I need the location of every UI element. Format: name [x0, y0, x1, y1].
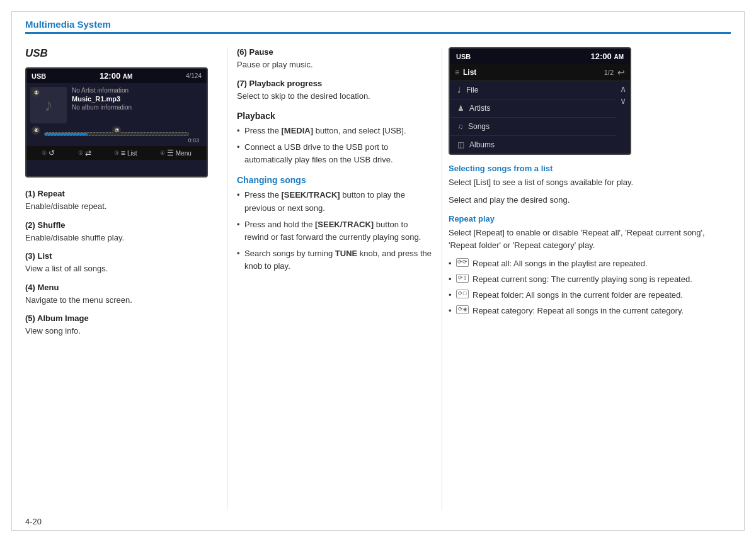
usb-screen-label: USB [32, 72, 46, 80]
ctrl-repeat[interactable]: ① ↺ [42, 149, 55, 157]
usb-controls: ① ↺ ② ⇄ ③ ≡ List ④ ☰ Menu [26, 146, 207, 160]
list-icon: ≡ [121, 149, 125, 157]
desc-item-3: (3) List View a list of all songs. [25, 251, 214, 275]
list-row-albums[interactable]: ◫ Albums [450, 136, 616, 154]
list-nav-icon: ≡ [455, 68, 459, 77]
desc-item-5: (5) Album Image View song info. [25, 313, 214, 337]
pause-section: (6) Pause Pause or play music. [237, 47, 432, 71]
list-screen-header: USB 12:00 AM [450, 48, 630, 64]
page-border-right [744, 11, 745, 531]
usb-screen-header: USB 12:00 AM 4/124 [26, 69, 207, 83]
selecting-songs-body-1: Select [List] to see a list of songs ava… [449, 176, 731, 189]
album-art: ⑤ ♪ [30, 87, 67, 123]
left-column: USB USB 12:00 AM 4/124 ⑤ ♪ No Artist inf… [25, 41, 227, 517]
desc-item-1: (1) Repeat Enable/disable repeat. [25, 189, 214, 213]
repeat-play-heading: Repeat play [449, 214, 731, 223]
desc-title-2: (2) Shuffle [25, 220, 214, 230]
usb-track-count: 4/124 [186, 72, 202, 79]
usb-screen-mockup: USB 12:00 AM 4/124 ⑤ ♪ No Artist informa… [25, 67, 208, 178]
changing-songs-heading: Changing songs [237, 175, 432, 185]
ctrl-shuffle[interactable]: ② ⇄ [78, 149, 91, 157]
number-5-badge: ⑤ [32, 88, 40, 97]
playback-bullets: Press the [MEDIA] button, and select [US… [237, 125, 432, 166]
albums-icon: ◫ [457, 140, 464, 149]
repeat-bullet-folder: ⟳□ Repeat folder: All songs in the curre… [449, 289, 731, 302]
desc-title-3: (3) List [25, 251, 214, 261]
repeat-bullet-current: ⟳1 Repeat current song: The currently pl… [449, 273, 731, 286]
ctrl-menu[interactable]: ④ ☰ Menu [160, 149, 192, 157]
page-number: 4-20 [25, 517, 42, 526]
track-info: No Artist information Music_R1.mp3 No al… [72, 87, 203, 123]
list-screen-time: 12:00 AM [591, 52, 624, 61]
desc-title-4: (4) Menu [25, 283, 214, 292]
repeat-all-text: Repeat all: All songs in the playlist ar… [472, 257, 648, 270]
changing-bullet-1: Press the [SEEK/TRACK] button to play th… [237, 189, 432, 214]
list-row-file[interactable]: ♩ File [450, 81, 616, 99]
scroll-up-button[interactable]: ∧ [620, 84, 626, 94]
usb-section-title: USB [25, 47, 214, 60]
shuffle-icon: ⇄ [85, 149, 91, 157]
repeat-current-text: Repeat current song: The currently playi… [472, 273, 692, 286]
list-label: List [127, 150, 137, 157]
main-content: USB USB 12:00 AM 4/124 ⑤ ♪ No Artist inf… [25, 41, 731, 517]
playback-progress-section: (7) Playback progress Select to skip to … [237, 79, 432, 103]
list-items-with-scroll: ♩ File ♟ Artists ♫ Songs ◫ [450, 81, 630, 154]
changing-songs-bullets: Press the [SEEK/TRACK] button to play th… [237, 189, 432, 273]
artists-icon: ♟ [457, 104, 464, 113]
list-screen-label: USB [456, 53, 471, 60]
songs-icon: ♫ [457, 122, 463, 131]
list-row-songs[interactable]: ♫ Songs [450, 118, 616, 136]
repeat-bullet-all: ⟳⟳ Repeat all: All songs in the playlist… [449, 257, 731, 270]
scroll-down-button[interactable]: ∨ [620, 96, 626, 106]
number-6-badge: ⑥ [32, 126, 40, 135]
desc-item-2: (2) Shuffle Enable/disable shuffle play. [25, 220, 214, 244]
menu-icon: ☰ [167, 149, 174, 157]
songs-label: Songs [468, 122, 609, 131]
list-nav-label: List [463, 68, 600, 77]
repeat-current-icon: ⟳1 [456, 274, 469, 283]
page-header: Multimedia System [25, 19, 731, 34]
page-border-bottom [11, 530, 745, 531]
usb-list-screen: USB 12:00 AM ≡ List 1/2 ↩ ♩ File [449, 47, 631, 155]
repeat-all-icon: ⟳⟳ [456, 258, 469, 267]
repeat-folder-text: Repeat folder: All songs in the current … [472, 289, 683, 302]
ctrl-list[interactable]: ③ ≡ List [114, 149, 137, 157]
page-border-top [11, 11, 745, 12]
track-name: Music_R1.mp3 [72, 95, 203, 103]
list-row-artists[interactable]: ♟ Artists [450, 99, 616, 118]
list-nav-row: ≡ List 1/2 ↩ [450, 64, 630, 81]
progress-fill [45, 133, 88, 135]
repeat-category-text: Repeat category: Repeat all songs in the… [472, 305, 684, 317]
right-column: USB 12:00 AM ≡ List 1/2 ↩ ♩ File [442, 41, 731, 517]
desc-body-1: Enable/disable repeat. [25, 200, 214, 213]
list-rows: ♩ File ♟ Artists ♫ Songs ◫ [450, 81, 616, 154]
list-back-button[interactable]: ↩ [617, 67, 625, 77]
file-icon: ♩ [457, 86, 461, 94]
repeat-bullet-category: ⟳◈ Repeat category: Repeat all songs in … [449, 305, 731, 317]
list-items-container: ♩ File ♟ Artists ♫ Songs ◫ [450, 81, 630, 154]
number-7-badge: ⑦ [112, 126, 121, 135]
repeat-play-intro: Select [Repeat] to enable or disable 'Re… [449, 227, 731, 252]
page-border-left [11, 11, 12, 531]
albums-label: Albums [469, 140, 609, 149]
desc-body-4: Navigate to the menu screen. [25, 294, 214, 307]
artist-info: No Artist information [72, 87, 203, 94]
progress-row: ⑥ ⑦ 0:03 [26, 127, 207, 146]
time-elapsed: 0:03 [32, 137, 202, 144]
desc-body-2: Enable/disable shuffle play. [25, 232, 214, 244]
repeat-category-icon: ⟳◈ [456, 305, 469, 314]
scroll-controls: ∧ ∨ [616, 81, 630, 154]
playback-bullet-2: Connect a USB drive to the USB port to a… [237, 141, 432, 166]
usb-screen-body: ⑤ ♪ No Artist information Music_R1.mp3 N… [26, 83, 207, 127]
playback-progress-body: Select to skip to the desired location. [237, 90, 432, 103]
desc-title-1: (1) Repeat [25, 189, 214, 198]
desc-item-4: (4) Menu Navigate to the menu screen. [25, 283, 214, 307]
album-info: No album information [72, 104, 203, 111]
selecting-songs-heading: Selecting songs from a list [449, 164, 731, 173]
desc-body-5: View song info. [25, 325, 214, 337]
menu-label: Menu [176, 150, 192, 157]
pause-body: Pause or play music. [237, 59, 432, 71]
repeat-bullets: ⟳⟳ Repeat all: All songs in the playlist… [449, 257, 731, 318]
playback-progress-title: (7) Playback progress [237, 79, 432, 88]
list-page-indicator: 1/2 [604, 69, 614, 76]
